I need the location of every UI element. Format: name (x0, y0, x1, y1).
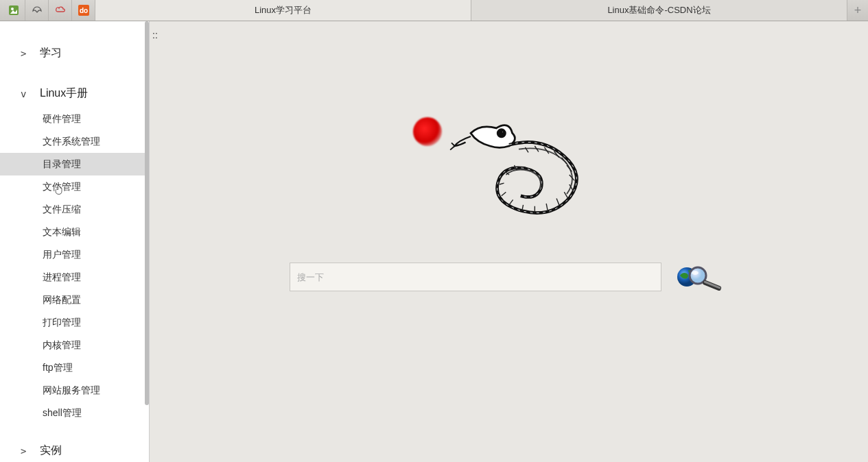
nav-item-website[interactable]: 网站服务管理 (0, 379, 149, 402)
nav-section-example[interactable]: > 实例 (0, 437, 149, 462)
colon-marker: :: (152, 29, 158, 40)
svg-text:do: do (79, 7, 87, 14)
tab-add-button[interactable]: + (847, 0, 868, 21)
nav-item-filesystem[interactable]: 文件系统管理 (0, 130, 149, 153)
nav-section-manual-label: Linux手册 (40, 86, 88, 101)
nav-section-learn[interactable]: > 学习 (0, 39, 149, 67)
tab-active-label: Linux学习平台 (255, 4, 312, 16)
logo-area (406, 97, 612, 234)
search-globe-icon (675, 263, 728, 291)
bookmark-icon-3[interactable] (49, 0, 72, 21)
scrollbar-thumb[interactable] (145, 21, 149, 405)
tab-active[interactable]: Linux学习平台 (95, 0, 471, 21)
search-row (290, 263, 729, 291)
nav-item-print[interactable]: 打印管理 (0, 311, 149, 334)
red-sun-icon (413, 117, 442, 146)
nav-item-ftp[interactable]: ftp管理 (0, 356, 149, 379)
svg-point-8 (692, 271, 699, 275)
nav-item-directory[interactable]: 目录管理 (0, 153, 149, 175)
bookmark-icon-2[interactable] (25, 0, 49, 21)
nav-item-shell[interactable]: shell管理 (0, 402, 149, 424)
main-area: > 学习 v Linux手册 硬件管理 文件系统管理 目录管理 文件管理 文件压… (0, 21, 868, 462)
nav-item-hardware[interactable]: 硬件管理 (0, 108, 149, 130)
bookmark-icon-1[interactable] (2, 0, 25, 21)
tab-inactive-label: Linux基础命令-CSDN论坛 (607, 4, 710, 16)
nav-section-learn-label: 学习 (40, 46, 62, 60)
browser-tab-bar: do Linux学习平台 Linux基础命令-CSDN论坛 + (0, 0, 868, 21)
search-button[interactable] (674, 263, 729, 291)
nav-item-file[interactable]: 文件管理 (0, 175, 149, 198)
sidebar: > 学习 v Linux手册 硬件管理 文件系统管理 目录管理 文件管理 文件压… (0, 21, 150, 462)
snake-logo-icon (413, 97, 605, 234)
chevron-right-icon: > (21, 446, 26, 457)
bookmark-icon-4[interactable]: do (72, 0, 95, 21)
nav-item-process[interactable]: 进程管理 (0, 266, 149, 289)
svg-point-5 (501, 131, 504, 134)
chevron-right-icon: > (21, 48, 26, 59)
nav-section-example-label: 实例 (40, 443, 62, 458)
nav-section-manual[interactable]: v Linux手册 (0, 80, 149, 108)
nav-item-user[interactable]: 用户管理 (0, 243, 149, 266)
nav-item-network[interactable]: 网络配置 (0, 289, 149, 311)
nav-item-textedit[interactable]: 文本编辑 (0, 221, 149, 243)
nav-item-kernel[interactable]: 内核管理 (0, 334, 149, 356)
nav-item-compress[interactable]: 文件压缩 (0, 198, 149, 221)
content-area: :: (150, 21, 868, 462)
svg-point-1 (11, 8, 14, 10)
search-input[interactable] (290, 263, 661, 291)
tab-icon-group: do (0, 0, 95, 21)
tab-inactive[interactable]: Linux基础命令-CSDN论坛 (471, 0, 847, 21)
chevron-down-icon: v (21, 88, 26, 99)
